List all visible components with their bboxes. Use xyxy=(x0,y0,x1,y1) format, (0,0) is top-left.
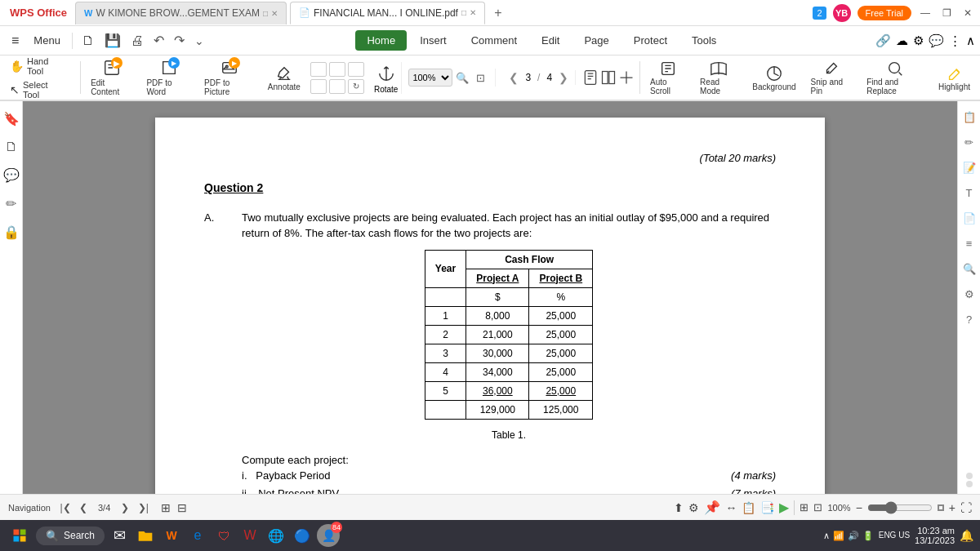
sidebar-lock-icon[interactable]: 🔒 xyxy=(0,221,23,243)
rs-list-icon[interactable]: ≡ xyxy=(963,234,976,253)
status-crop-icon[interactable]: ⊡ xyxy=(813,501,822,513)
rs-edit-icon[interactable]: ✏ xyxy=(961,133,977,152)
edit-content-button[interactable]: ▶ Edit Content xyxy=(87,57,136,98)
menu-item-tools[interactable]: Tools xyxy=(680,30,728,51)
taskbar-chevron-icon[interactable]: ∧ xyxy=(823,531,830,541)
share-icon[interactable]: 🔗 xyxy=(875,33,891,48)
menu-item-edit[interactable]: Edit xyxy=(530,30,571,51)
history-icon[interactable]: ⌄ xyxy=(190,32,208,50)
redo-icon[interactable]: ↷ xyxy=(170,30,189,51)
rs-help-icon[interactable]: ? xyxy=(963,310,975,329)
page-thumb-1[interactable] xyxy=(310,62,327,77)
status-fit-icon[interactable]: ↔ xyxy=(725,501,737,514)
save-icon[interactable]: 💾 xyxy=(100,30,125,51)
status-zoom-plus[interactable]: + xyxy=(949,501,956,514)
sidebar-comment-icon[interactable]: 💬 xyxy=(0,164,23,186)
maximize-button[interactable]: ❐ xyxy=(939,6,954,20)
prev-page-icon[interactable]: ❮ xyxy=(509,71,519,84)
tab-close-financial[interactable]: ✕ xyxy=(470,8,476,17)
status-grid-icon[interactable]: ⊞ xyxy=(800,501,808,513)
zoom-select[interactable]: 100% 75% 125% 150% xyxy=(408,69,452,87)
menu-item-page[interactable]: Page xyxy=(572,30,620,51)
taskbar-chrome-icon[interactable]: 🌐 xyxy=(265,524,287,547)
rs-settings-icon[interactable]: ⚙ xyxy=(961,285,978,304)
taskbar-volume-icon[interactable]: 🔊 xyxy=(848,531,859,541)
tab-close-kimone[interactable]: ✕ xyxy=(271,9,278,18)
snip-pin-button[interactable]: Snip and Pin xyxy=(806,58,858,97)
tab-kimone[interactable]: W W KIMONE BROW...GEMENT EXAM □ ✕ xyxy=(75,2,287,24)
page-thumb-2[interactable] xyxy=(329,62,345,77)
document-area[interactable]: (Total 20 marks) Question 2 A. Two mutua… xyxy=(23,101,957,494)
menu-item-insert[interactable]: Insert xyxy=(408,30,458,51)
start-button[interactable] xyxy=(7,522,33,549)
background-button[interactable]: Background xyxy=(747,63,800,93)
close-button[interactable]: ✕ xyxy=(960,6,975,20)
rotate-cw-btn[interactable]: ↻ xyxy=(348,79,364,94)
taskbar-notification-icon[interactable]: 🔔 xyxy=(960,529,973,542)
next-page-icon[interactable]: ❯ xyxy=(559,71,568,84)
sidebar-bookmark-icon[interactable]: 🔖 xyxy=(0,108,23,130)
status-edit-icon[interactable]: ⚙ xyxy=(688,501,699,514)
menu-item-comment[interactable]: Comment xyxy=(460,30,528,51)
minimize-button[interactable]: — xyxy=(918,6,933,20)
prev-page-btn[interactable]: ❮ xyxy=(75,500,91,516)
status-zoom-minus[interactable]: − xyxy=(856,501,862,514)
taskbar-search-box[interactable]: 🔍 Search xyxy=(36,527,105,545)
taskbar-app2-icon[interactable]: 🔵 xyxy=(291,524,314,547)
expand-page-btn[interactable]: ⊞ xyxy=(161,501,171,514)
pdf-to-picture-button[interactable]: ▶ PDF to Picture xyxy=(201,57,258,98)
collapse-page-btn[interactable]: ⊟ xyxy=(177,501,187,514)
taskbar-security-icon[interactable]: 🛡 xyxy=(212,524,235,547)
read-mode-button[interactable]: Read Mode xyxy=(695,58,742,97)
menu-label[interactable]: Menu xyxy=(27,31,67,50)
menu-item-protect[interactable]: Protect xyxy=(622,30,679,51)
sidebar-pages-icon[interactable]: 🗋 xyxy=(2,136,21,158)
taskbar-app1-icon[interactable]: W xyxy=(238,524,261,547)
rs-text-icon[interactable]: T xyxy=(963,184,976,202)
free-trial-button[interactable]: Free Trial xyxy=(858,6,911,20)
rs-save-icon[interactable]: 📋 xyxy=(960,108,979,127)
cloud-icon[interactable]: ☁ xyxy=(896,33,908,48)
find-replace-button[interactable]: Find and Replace xyxy=(862,58,929,97)
chat-icon[interactable]: 💬 xyxy=(929,33,944,48)
add-tab-button[interactable]: + xyxy=(488,3,508,23)
highlight-button[interactable]: Highlight xyxy=(933,63,975,93)
taskbar-mail-icon[interactable]: ✉ xyxy=(108,524,131,547)
status-export-icon[interactable]: ⬆ xyxy=(674,501,684,514)
file-icon[interactable]: 🗋 xyxy=(78,31,99,51)
tab-financial[interactable]: 📄 FINANCIAL MAN... I ONLINE.pdf □ ✕ xyxy=(290,2,485,24)
rs-note-icon[interactable]: 📝 xyxy=(960,158,979,177)
taskbar-wifi-icon[interactable]: 📶 xyxy=(833,531,844,541)
user-avatar[interactable]: YB xyxy=(833,4,851,22)
taskbar-explorer-icon[interactable] xyxy=(134,524,157,547)
last-page-btn[interactable]: ❯| xyxy=(135,500,151,516)
sidebar-pencil-icon[interactable]: ✏ xyxy=(2,193,20,215)
auto-scroll-button[interactable]: Auto Scroll xyxy=(645,58,690,97)
zoom-slider[interactable] xyxy=(867,501,933,514)
taskbar-edge-icon[interactable]: e xyxy=(186,524,209,547)
rotate-button[interactable] xyxy=(348,62,364,77)
zoom-search-btn[interactable]: 🔍 xyxy=(454,69,470,86)
menu-toggle[interactable]: ≡ xyxy=(5,30,25,51)
select-tool-button[interactable]: ↖ Select Tool xyxy=(5,78,69,101)
taskbar-datetime[interactable]: 10:23 am 13/1/2023 xyxy=(915,526,955,545)
taskbar-battery-icon[interactable]: 🔋 xyxy=(862,531,874,541)
page-crop-btn[interactable] xyxy=(310,79,327,94)
rs-search-icon[interactable]: 🔍 xyxy=(960,260,979,278)
undo-icon[interactable]: ↶ xyxy=(149,30,168,51)
more-icon[interactable]: ⋮ xyxy=(949,33,961,48)
next-page-btn[interactable]: ❯ xyxy=(117,500,133,516)
status-pin-icon[interactable]: 📌 xyxy=(704,500,720,515)
first-page-btn[interactable]: |❮ xyxy=(57,500,74,516)
zoom-fit-btn[interactable]: ⊡ xyxy=(472,69,488,86)
status-play-icon[interactable]: ▶ xyxy=(779,500,789,515)
rs-page-icon[interactable]: 📄 xyxy=(960,209,979,228)
expand-icon[interactable]: ∧ xyxy=(966,33,975,48)
status-fullscreen-icon[interactable]: ⛶ xyxy=(960,501,972,514)
language-indicator[interactable]: ENG US xyxy=(879,531,910,540)
menu-item-home[interactable]: Home xyxy=(355,30,407,51)
pdf-to-word-button[interactable]: ▶ PDF to Word xyxy=(143,57,194,98)
settings-icon[interactable]: ⚙ xyxy=(913,33,924,48)
hand-tool-button[interactable]: ✋ Hand Tool xyxy=(5,55,69,78)
status-columns-icon[interactable]: 📑 xyxy=(760,501,774,514)
